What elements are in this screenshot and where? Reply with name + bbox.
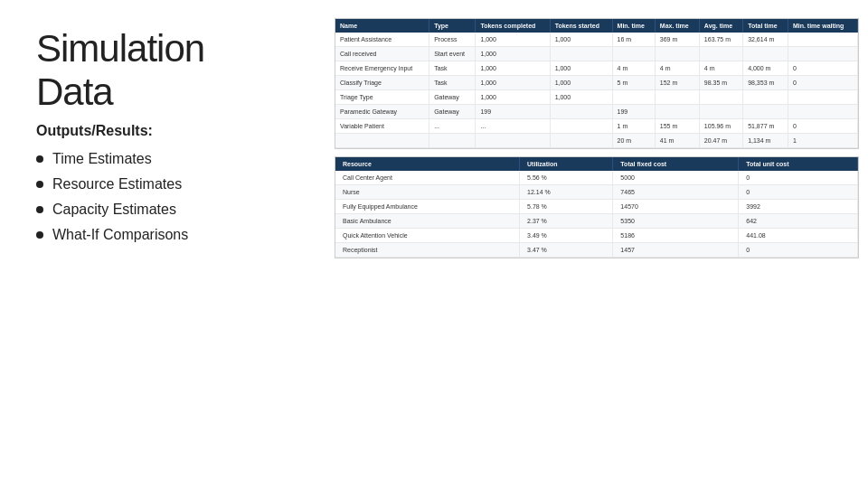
cell-name: Call received: [335, 47, 429, 61]
list-item: Capacity Estimates: [36, 197, 289, 222]
table-row: Call Center Agent 5.56 % 5000 0: [335, 171, 858, 185]
cell-unit-cost: 0: [739, 185, 858, 200]
cell-tokens-started: 1,000: [550, 90, 612, 105]
cell-total-time: 98,353 m: [743, 76, 788, 90]
cell-fixed-cost: 7465: [613, 185, 739, 200]
col-header-tokens-started: Tokens started: [550, 19, 612, 33]
cell-fixed-cost: 14570: [613, 200, 739, 214]
bullet-text: Capacity Estimates: [52, 202, 176, 218]
cell-utilization: 3.49 %: [520, 229, 613, 243]
cell-min-wait: 1: [788, 134, 857, 148]
cell-total-time: 32,614 m: [743, 33, 788, 47]
cell-avg-time: [699, 90, 742, 105]
table-row: Fully Equipped Ambulance 5.78 % 14570 39…: [335, 200, 858, 214]
cell-min-wait: 0: [788, 61, 857, 76]
table-row: Nurse 12.14 % 7465 0: [335, 185, 858, 200]
table-row: Call received Start event 1,000: [335, 47, 858, 61]
bullet-dot: [36, 155, 43, 163]
cell-type: Task: [429, 61, 476, 76]
bullet-dot: [36, 206, 43, 213]
cell-utilization: 5.56 %: [520, 171, 613, 185]
outputs-label: Outputs/Results:: [36, 123, 289, 139]
col-header-total-time: Total time: [743, 19, 788, 33]
cell-tokens-completed: ...: [476, 119, 550, 134]
tables-container: Name Type Tokens completed Tokens starte…: [335, 18, 859, 258]
resource-table: Resource Utilization Total fixed cost To…: [335, 157, 858, 258]
cell-tokens-started: [550, 47, 612, 61]
bullet-list: Time Estimates Resource Estimates Capaci…: [36, 146, 289, 248]
cell-type: Process: [429, 33, 476, 47]
cell-max-time: 41 m: [655, 134, 699, 148]
table-row: Quick Attention Vehicle 3.49 % 5186 441.…: [335, 229, 858, 243]
cell-tokens-completed: 1,000: [476, 61, 550, 76]
cell-resource: Nurse: [335, 185, 520, 200]
col-header-avg-time: Avg. time: [699, 19, 742, 33]
cell-total-time: [743, 47, 788, 61]
cell-utilization: 3.47 %: [520, 243, 613, 258]
table-row: Variable Patient ... ... 1 m 155 m 105.9…: [335, 119, 858, 134]
cell-name: Paramedic Gateway: [335, 105, 429, 119]
col-header-type: Type: [429, 19, 476, 33]
cell-avg-time: [699, 105, 742, 119]
list-item: What-If Comparisons: [36, 222, 289, 248]
cell-fixed-cost: 1457: [613, 243, 739, 258]
cell-tokens-completed: 1,000: [476, 76, 550, 90]
table-row: 20 m 41 m 20.47 m 1,134 m 1: [335, 134, 858, 148]
list-item: Resource Estimates: [36, 172, 289, 197]
list-item: Time Estimates: [36, 146, 289, 172]
cell-max-time: 369 m: [655, 33, 699, 47]
cell-min-wait: 0: [788, 76, 857, 90]
cell-utilization: 5.78 %: [520, 200, 613, 214]
cell-max-time: 155 m: [655, 119, 699, 134]
cell-tokens-started: [550, 105, 612, 119]
col-header-fixed-cost: Total fixed cost: [613, 157, 739, 171]
cell-max-time: 4 m: [655, 61, 699, 76]
table-row: Receptionist 3.47 % 1457 0: [335, 243, 858, 258]
table-row: Receive Emergency Input Task 1,000 1,000…: [335, 61, 858, 76]
cell-fixed-cost: 5000: [613, 171, 739, 185]
cell-utilization: 2.37 %: [520, 214, 613, 229]
cell-tokens-started: [550, 134, 612, 148]
table-row: Patient Assistance Process 1,000 1,000 1…: [335, 33, 858, 47]
cell-unit-cost: 441.08: [739, 229, 858, 243]
left-content: Simulation Data Outputs/Results: Time Es…: [36, 27, 289, 248]
cell-min-wait: [788, 33, 857, 47]
cell-type: ...: [429, 119, 476, 134]
cell-unit-cost: 0: [739, 171, 858, 185]
simulation-results-table-wrapper: Name Type Tokens completed Tokens starte…: [335, 18, 859, 149]
cell-tokens-started: [550, 119, 612, 134]
cell-name: Classify Triage: [335, 76, 429, 90]
cell-fixed-cost: 5186: [613, 229, 739, 243]
cell-min-time: 199: [612, 105, 655, 119]
table-row: Classify Triage Task 1,000 1,000 5 m 152…: [335, 76, 858, 90]
table-row: Triage Type Gateway 1,000 1,000: [335, 90, 858, 105]
cell-avg-time: 4 m: [699, 61, 742, 76]
cell-resource: Receptionist: [335, 243, 520, 258]
cell-min-time: [612, 90, 655, 105]
table-row: Basic Ambulance 2.37 % 5350 642: [335, 214, 858, 229]
cell-min-wait: [788, 47, 857, 61]
cell-min-time: 20 m: [612, 134, 655, 148]
bullet-text: Resource Estimates: [52, 176, 182, 192]
page-container: Simulation Data Outputs/Results: Time Es…: [0, 0, 868, 488]
col-header-tokens-completed: Tokens completed: [476, 19, 550, 33]
cell-min-wait: [788, 105, 857, 119]
cell-name: Receive Emergency Input: [335, 61, 429, 76]
cell-type: Gateway: [429, 90, 476, 105]
cell-min-time: 16 m: [612, 33, 655, 47]
cell-avg-time: 163.75 m: [699, 33, 742, 47]
cell-name: Variable Patient: [335, 119, 429, 134]
cell-resource: Quick Attention Vehicle: [335, 229, 520, 243]
cell-max-time: 152 m: [655, 76, 699, 90]
cell-tokens-completed: [476, 134, 550, 148]
cell-total-time: 51,877 m: [743, 119, 788, 134]
cell-tokens-completed: 1,000: [476, 47, 550, 61]
cell-name: [335, 134, 429, 148]
col-header-utilization: Utilization: [520, 157, 613, 171]
cell-tokens-completed: 199: [476, 105, 550, 119]
cell-type: Start event: [429, 47, 476, 61]
table-row: Paramedic Gateway Gateway 199 199: [335, 105, 858, 119]
cell-min-wait: 0: [788, 119, 857, 134]
cell-min-time: 1 m: [612, 119, 655, 134]
col-header-resource: Resource: [335, 157, 520, 171]
